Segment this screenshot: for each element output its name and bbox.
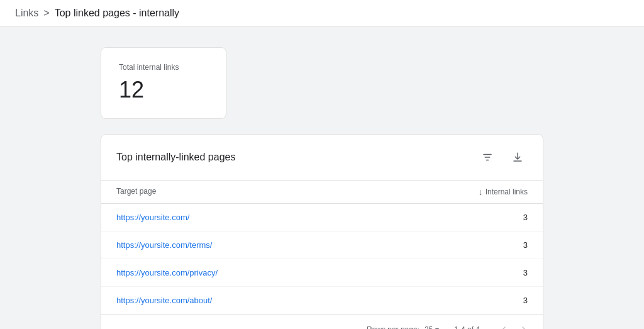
breadcrumb-link[interactable]: Links — [15, 8, 38, 19]
download-button[interactable] — [508, 147, 528, 167]
rows-per-page-label: Rows per page: — [367, 325, 419, 329]
breadcrumb-separator: > — [43, 8, 49, 19]
table-actions — [477, 147, 528, 167]
col-headers: Target page ↓ Internal links — [101, 181, 543, 204]
next-page-button[interactable] — [515, 321, 533, 329]
table-body: https://yoursite.com/ 3 https://yoursite… — [101, 204, 543, 314]
row-count: 3 — [523, 296, 528, 305]
filter-button[interactable] — [477, 147, 497, 167]
summary-label: Total internal links — [119, 63, 208, 72]
rows-per-page-select[interactable]: 25 ▾ — [425, 325, 439, 329]
table-footer: Rows per page: 25 ▾ 1-4 of 4 — [101, 314, 543, 329]
rows-per-page: Rows per page: 25 ▾ — [367, 325, 439, 329]
table-title: Top internally-linked pages — [116, 152, 235, 163]
row-count: 3 — [523, 213, 528, 222]
main-content: Total internal links 12 Top internally-l… — [0, 27, 644, 329]
row-url[interactable]: https://yoursite.com/privacy/ — [116, 268, 218, 277]
prev-page-button[interactable] — [495, 321, 513, 329]
dropdown-arrow-icon: ▾ — [435, 325, 439, 329]
row-count: 3 — [523, 240, 528, 250]
col-target-label: Target page — [116, 187, 156, 197]
breadcrumb-current: Top linked pages - internally — [55, 8, 179, 19]
pagination-buttons — [495, 321, 533, 329]
table-row: https://yoursite.com/about/ 3 — [101, 287, 543, 314]
table-header: Top internally-linked pages — [101, 135, 543, 181]
table-row: https://yoursite.com/privacy/ 3 — [101, 259, 543, 287]
sort-arrow-icon: ↓ — [479, 187, 483, 197]
col-links-label: ↓ Internal links — [479, 187, 528, 197]
row-url[interactable]: https://yoursite.com/about/ — [116, 296, 212, 305]
rows-per-page-value: 25 — [425, 325, 433, 329]
table-row: https://yoursite.com/ 3 — [101, 204, 543, 231]
table-row: https://yoursite.com/terms/ 3 — [101, 231, 543, 259]
pagination-info: 1-4 of 4 — [454, 325, 480, 329]
row-url[interactable]: https://yoursite.com/ — [116, 213, 189, 222]
row-count: 3 — [523, 268, 528, 277]
row-url[interactable]: https://yoursite.com/terms/ — [116, 240, 212, 250]
table-card: Top internally-linked pages — [101, 134, 543, 329]
header: Links > Top linked pages - internally — [0, 0, 644, 27]
summary-value: 12 — [119, 77, 208, 103]
summary-card: Total internal links 12 — [101, 47, 226, 119]
